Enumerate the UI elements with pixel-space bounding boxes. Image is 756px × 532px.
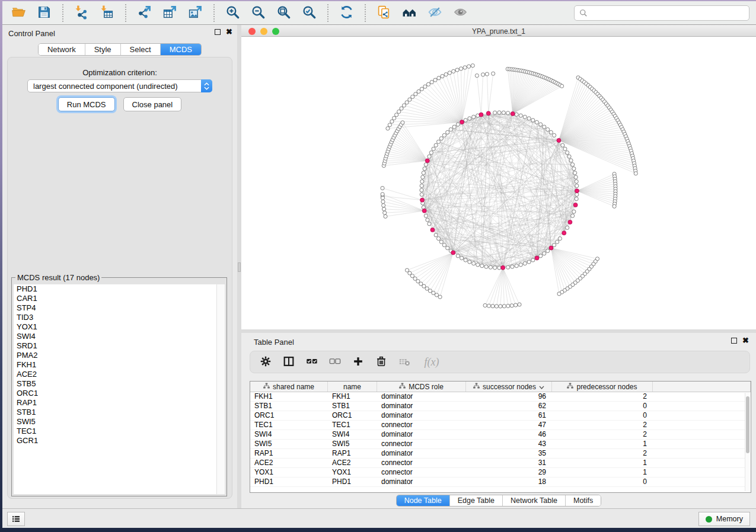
table-row[interactable]: PHD1PHD1dominator180 <box>250 477 745 487</box>
table-row[interactable]: ACE2ACE2connector311 <box>250 459 745 468</box>
mcds-result-item[interactable]: ACE2 <box>14 370 225 379</box>
table-row[interactable]: TEC1TEC1connector472 <box>250 421 745 430</box>
deselect-all-button[interactable] <box>328 355 342 369</box>
column-header-successor-nodes[interactable]: successor nodes <box>466 382 552 392</box>
task-history-button[interactable] <box>7 512 25 526</box>
cell: ORC1 <box>250 411 328 420</box>
show-all-button[interactable] <box>448 3 473 23</box>
cell: 29 <box>466 468 552 477</box>
cell: 0 <box>552 411 653 420</box>
table-mode-button[interactable] <box>259 355 273 369</box>
cell: SWI4 <box>328 430 377 439</box>
network-canvas[interactable] <box>241 37 754 329</box>
mcds-result-item[interactable]: SWI4 <box>14 332 225 341</box>
show-columns-button[interactable] <box>282 355 296 369</box>
cell: dominator <box>377 449 466 458</box>
result-list-scrollbar[interactable] <box>216 284 225 494</box>
cell: FKH1 <box>328 392 377 401</box>
open-file-button[interactable] <box>6 3 31 23</box>
tab-network-table[interactable]: Network Table <box>502 495 565 506</box>
mcds-result-item[interactable]: PHD1 <box>14 284 225 294</box>
export-image-button[interactable] <box>183 3 208 23</box>
mcds-result-item[interactable]: STP4 <box>14 303 225 313</box>
float-panel-icon[interactable] <box>215 29 221 35</box>
network-titlebar[interactable]: YPA_prune.txt_1 <box>241 25 756 37</box>
mcds-result-item[interactable]: PMA2 <box>14 351 225 360</box>
table-row[interactable]: RAP1RAP1dominator352 <box>250 449 745 459</box>
main-toolbar <box>2 1 756 25</box>
mcds-result-item[interactable]: YOX1 <box>14 322 225 332</box>
mcds-result-item[interactable]: GCR1 <box>14 436 225 446</box>
import-network-button[interactable] <box>69 3 94 23</box>
run-mcds-button[interactable]: Run MCDS <box>58 97 115 111</box>
search-input[interactable] <box>591 9 744 18</box>
export-network-button[interactable] <box>132 3 157 23</box>
close-panel-button[interactable]: Close panel <box>123 97 182 111</box>
tab-motifs[interactable]: Motifs <box>565 495 601 506</box>
column-header-MCDS-role[interactable]: MCDS role <box>377 382 466 392</box>
cell: dominator <box>377 402 466 411</box>
select-all-button[interactable] <box>305 355 319 369</box>
column-header-name[interactable]: name <box>328 382 377 392</box>
column-header-predecessor-nodes[interactable]: predecessor nodes <box>552 382 653 392</box>
create-column-button[interactable] <box>351 355 365 369</box>
mcds-result-item[interactable]: CAR1 <box>14 294 225 303</box>
mcds-result-list[interactable]: PHD1CAR1STP4TID3YOX1SWI4SRD1PMA2FKH1ACE2… <box>14 284 225 494</box>
tab-select[interactable]: Select <box>120 44 160 55</box>
table-row[interactable]: SWI5SWI5connector431 <box>250 440 745 449</box>
tab-mcds[interactable]: MCDS <box>160 44 201 55</box>
create-column-icon <box>352 355 365 370</box>
table-row[interactable]: FKH1FKH1dominator962 <box>250 392 745 402</box>
mcds-result-item[interactable]: ORC1 <box>14 389 225 398</box>
column-header-shared-name[interactable]: shared name <box>250 382 328 392</box>
delete-columns-button[interactable] <box>374 355 388 369</box>
mcds-result-item[interactable]: SRD1 <box>14 341 225 351</box>
zoom-fit-button[interactable] <box>271 3 296 23</box>
table-row[interactable]: SWI4SWI4dominator462 <box>250 430 745 440</box>
cell: RAP1 <box>328 449 377 458</box>
zoom-selected-button[interactable] <box>296 3 322 23</box>
control-panel-header: Control Panel ✖ <box>2 25 237 41</box>
table-row[interactable]: STB1STB1dominator620 <box>250 402 745 411</box>
panel-divider[interactable] <box>237 25 241 508</box>
tab-edge-table[interactable]: Edge Table <box>449 495 502 506</box>
mcds-result-item[interactable]: TID3 <box>14 313 225 322</box>
cell: STB1 <box>250 402 328 411</box>
table-scrollbar[interactable] <box>745 393 750 491</box>
close-table-panel-icon[interactable]: ✖ <box>742 338 749 344</box>
mcds-result-item[interactable]: STB1 <box>14 408 225 417</box>
save-session-button[interactable] <box>31 3 57 23</box>
mcds-result-item[interactable]: FKH1 <box>14 360 225 370</box>
cell: TEC1 <box>328 421 377 430</box>
tab-style[interactable]: Style <box>85 44 120 55</box>
float-table-panel-icon[interactable] <box>731 338 737 344</box>
control-panel-title: Control Panel <box>8 29 55 38</box>
app-window: Control Panel ✖ NetworkStyleSelectMCDS O… <box>2 1 756 528</box>
mcds-result-item[interactable]: TEC1 <box>14 427 225 436</box>
refresh-layout-button[interactable] <box>334 3 359 23</box>
table-scrollbar-thumb[interactable] <box>746 396 749 453</box>
tab-node-table[interactable]: Node Table <box>397 495 449 506</box>
mcds-result-item[interactable]: RAP1 <box>14 398 225 408</box>
search-box[interactable] <box>574 5 749 21</box>
divider-grip[interactable] <box>238 262 241 272</box>
first-neighbors-button[interactable] <box>397 3 422 23</box>
export-table-button[interactable] <box>157 3 183 23</box>
mcds-result-item[interactable]: SWI5 <box>14 417 225 427</box>
hide-selected-button[interactable] <box>422 3 448 23</box>
cell: TEC1 <box>250 421 328 430</box>
table-row[interactable]: ORC1ORC1dominator610 <box>250 411 745 421</box>
table-row[interactable]: YOX1YOX1connector291 <box>250 468 745 477</box>
memory-button[interactable]: Memory <box>698 512 750 526</box>
mcds-result-item[interactable]: STB5 <box>14 379 225 389</box>
cell: 1 <box>552 440 653 448</box>
cell: connector <box>377 421 466 430</box>
criterion-dropdown[interactable]: largest connected component (undirected) <box>27 79 212 92</box>
import-table-button[interactable] <box>94 3 120 23</box>
cell: 2 <box>552 421 653 430</box>
tab-network[interactable]: Network <box>39 44 85 55</box>
copy-network-button[interactable] <box>371 3 397 23</box>
zoom-in-button[interactable] <box>220 3 245 23</box>
close-panel-icon[interactable]: ✖ <box>226 29 232 35</box>
zoom-out-button[interactable] <box>245 3 271 23</box>
